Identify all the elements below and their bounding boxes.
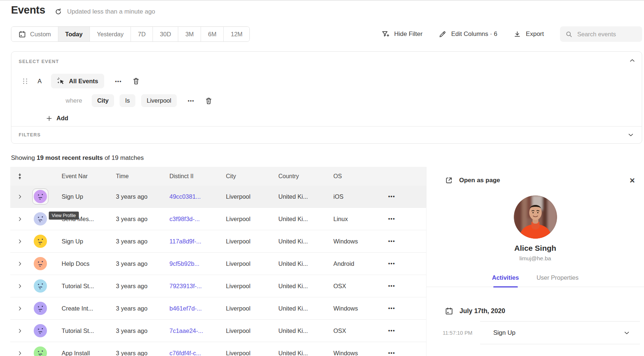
expand-row-icon[interactable] <box>10 328 29 334</box>
hide-filter-button[interactable]: Hide Filter <box>381 30 422 38</box>
table-row[interactable]: Sign Up 3 years ago 117a8d9f-... Liverpo… <box>10 230 426 253</box>
row-actions-button[interactable]: ••• <box>388 238 395 244</box>
range-yesterday-button[interactable]: Yesterday <box>90 27 131 41</box>
distinct-id-link[interactable]: 49cc0381... <box>169 193 201 200</box>
row-actions-button[interactable]: ••• <box>388 216 395 222</box>
chevron-down-icon[interactable] <box>623 329 630 337</box>
download-icon <box>513 30 521 38</box>
header-city[interactable]: City <box>216 173 268 180</box>
distinct-id-link[interactable]: c3f98f3d-... <box>169 216 200 222</box>
row-actions-button[interactable]: ••• <box>388 283 395 289</box>
user-avatar[interactable] <box>34 302 47 315</box>
distinct-id-link[interactable]: 7923913f-... <box>169 283 202 289</box>
event-clause-options-button[interactable]: ••• <box>115 78 122 84</box>
os-cell: Windows <box>323 305 360 312</box>
city-cell: Liverpool <box>216 216 268 223</box>
os-cell: OSX <box>323 283 360 290</box>
table-row[interactable]: Help Docs 3 years ago 9cf5b92b... Liverp… <box>10 253 426 275</box>
expand-row-icon[interactable] <box>10 239 29 244</box>
country-cell: United Ki... <box>268 260 323 267</box>
os-cell: Linux <box>323 216 360 223</box>
user-avatar[interactable] <box>34 235 47 248</box>
event-selector-button[interactable]: All Events <box>51 74 104 88</box>
tab-activities[interactable]: Activities <box>492 274 519 287</box>
range-7d-button[interactable]: 7D <box>131 27 153 41</box>
refresh-icon[interactable] <box>54 8 62 16</box>
row-actions-button[interactable]: ••• <box>388 194 395 199</box>
user-avatar[interactable] <box>34 257 47 270</box>
collapse-section-icon[interactable] <box>629 57 636 64</box>
expand-row-icon[interactable] <box>10 216 29 222</box>
value-chip[interactable]: Liverpool <box>141 94 177 107</box>
os-cell: Windows <box>323 350 360 356</box>
delete-event-clause-icon[interactable] <box>132 77 140 85</box>
export-button[interactable]: Export <box>513 30 544 38</box>
expand-row-icon[interactable] <box>10 261 29 267</box>
expand-row-icon[interactable] <box>10 351 29 356</box>
expand-row-icon[interactable] <box>10 283 29 289</box>
operator-chip[interactable]: Is <box>120 94 135 107</box>
range-12m-button[interactable]: 12M <box>224 27 249 41</box>
plus-icon <box>46 115 52 122</box>
event-name-cell: Tutorial St... <box>51 283 106 290</box>
header-time[interactable]: Time <box>106 173 159 180</box>
user-avatar[interactable] <box>34 346 47 356</box>
close-panel-icon[interactable]: ✕ <box>629 176 635 185</box>
table-row[interactable]: Tutorial St... 3 years ago 7c1aae24-... … <box>10 320 426 342</box>
row-actions-button[interactable]: ••• <box>388 261 395 267</box>
add-event-button[interactable]: Add <box>46 115 68 122</box>
header-distinct-id[interactable]: Distinct II <box>159 173 216 180</box>
filters-section-header[interactable]: FILTERS <box>11 126 642 143</box>
distinct-id-link[interactable]: b461ef7d-... <box>169 305 202 312</box>
property-chip[interactable]: City <box>92 94 114 107</box>
search-events-box[interactable] <box>560 26 642 42</box>
city-cell: Liverpool <box>216 193 268 200</box>
header-country[interactable]: Country <box>268 173 323 180</box>
row-actions-button[interactable]: ••• <box>388 305 395 311</box>
row-actions-button[interactable]: ••• <box>388 350 395 356</box>
expand-row-icon[interactable] <box>10 306 29 311</box>
time-cell: 3 years ago <box>106 193 159 200</box>
clause-letter: A <box>36 78 43 85</box>
range-6m-button[interactable]: 6M <box>201 27 224 41</box>
table-row[interactable]: Create Int... 3 years ago b461ef7d-... L… <box>10 297 426 320</box>
city-cell: Liverpool <box>216 238 268 245</box>
range-today-button[interactable]: Today <box>58 27 90 41</box>
event-name-cell: Create Int... <box>51 305 106 312</box>
results-summary: Showing 19 most recent results of 19 mat… <box>11 154 144 162</box>
os-cell: Android <box>323 260 360 267</box>
range-30d-button[interactable]: 30D <box>153 27 178 41</box>
expand-row-icon[interactable] <box>10 194 29 199</box>
profile-email: limuj@he.ba <box>427 255 644 262</box>
user-avatar[interactable] <box>34 324 47 337</box>
table-row[interactable]: Sign Up 3 years ago 49cc0381... Liverpoo… <box>10 186 426 208</box>
distinct-id-link[interactable]: c76fdf4f-c... <box>169 350 201 356</box>
table-row[interactable]: Tutorial St... 3 years ago 7923913f-... … <box>10 275 426 297</box>
distinct-id-link[interactable]: 117a8d9f-... <box>169 238 201 245</box>
activity-date-row: July 17th, 2020 <box>445 307 644 315</box>
where-clause-options-button[interactable]: ••• <box>188 98 194 103</box>
delete-where-clause-icon[interactable] <box>205 97 213 105</box>
distinct-id-link[interactable]: 9cf5b92b... <box>169 260 200 267</box>
header-os[interactable]: OS <box>323 173 360 180</box>
user-avatar[interactable] <box>34 279 47 293</box>
expand-filters-icon[interactable] <box>627 131 634 139</box>
open-as-page-button[interactable]: Open as page <box>445 176 500 184</box>
range-3m-button[interactable]: 3M <box>178 27 201 41</box>
collapse-all-rows-icon[interactable] <box>10 173 29 180</box>
updated-status: Updated less than a minute ago <box>54 8 155 16</box>
activity-event-accordion[interactable]: Sign Up <box>480 321 640 344</box>
search-input[interactable] <box>577 31 637 38</box>
user-avatar[interactable] <box>34 190 47 203</box>
user-avatar[interactable] <box>34 212 47 225</box>
edit-columns-button[interactable]: Edit Columns · 6 <box>439 30 497 38</box>
search-icon <box>565 30 573 38</box>
drag-handle-icon[interactable] <box>23 78 28 84</box>
distinct-id-link[interactable]: 7c1aae24-... <box>169 327 203 334</box>
toolbar-actions: Hide Filter Edit Columns · 6 Export <box>381 26 642 42</box>
row-actions-button[interactable]: ••• <box>388 328 395 334</box>
table-row[interactable]: App Install 3 years ago c76fdf4f-c... Li… <box>10 342 426 356</box>
header-event-name[interactable]: Event Nar <box>51 173 106 180</box>
tab-user-properties[interactable]: User Properties <box>537 274 579 287</box>
range-custom-button[interactable]: Custom <box>11 27 58 41</box>
